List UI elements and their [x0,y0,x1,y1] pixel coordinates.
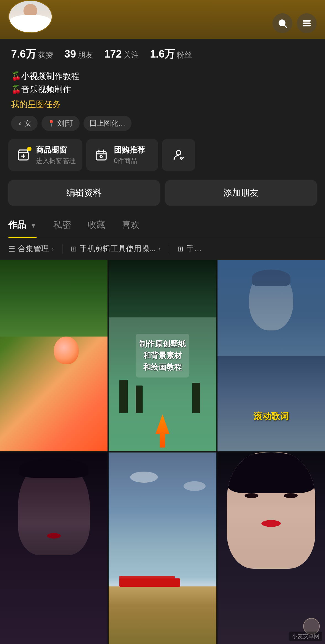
menu-button[interactable] [297,13,317,33]
video-thumb-2[interactable]: 制作原创壁纸和背景素材和绘画教程 [109,260,216,451]
video-bg-5 [109,452,216,644]
friends-number: 39 [64,48,76,60]
svg-line-1 [284,25,287,27]
collection-manage-caret: › [52,245,54,253]
tab-likes[interactable]: 喜欢 [122,211,140,238]
friends-rec-card[interactable] [162,139,195,171]
orange-arrow [151,414,174,449]
add-friend-button[interactable]: 添加朋友 [165,180,317,206]
xingtu-task[interactable]: 我的星图任务 [11,99,314,110]
stat-likes[interactable]: 7.6万 获赞 [11,47,53,61]
avatar[interactable] [8,0,53,33]
layers-icon: ⊞ [71,245,77,253]
group-icon-container [93,147,109,163]
stat-fans[interactable]: 1.6万 粉丝 [150,47,192,61]
collection-separator2 [169,244,169,254]
video-thumb-5[interactable] [109,452,216,644]
svg-rect-3 [303,23,311,24]
stats-section: 7.6万 获赞 39 朋友 172 关注 1.6万 粉丝 [0,39,325,67]
video-bg-1 [0,260,108,451]
svg-rect-2 [303,20,311,22]
watermark: 小麦安卓网 [289,632,322,641]
svg-rect-4 [303,25,311,26]
tags-section: ♀ 女 📍 刘|玎 回上图化… [0,113,325,136]
tag-gender: ♀ 女 [11,116,38,131]
list-icon: ☰ [8,244,15,254]
goods-window-title: 商品橱窗 [36,145,76,155]
goods-window-subtitle: 进入橱窗管理 [36,156,76,165]
main-action-row: 编辑资料 添加朋友 [0,176,325,211]
bio-section: 🍒小视频制作教程 🍒音乐视频制作 我的星图任务 [0,67,325,113]
goods-badge [27,147,32,151]
video-overlay-2: 制作原创壁纸和背景素材和绘画教程 [136,334,189,377]
goods-window-text: 商品橱窗 进入橱窗管理 [36,145,76,165]
svg-point-7 [100,156,102,158]
likes-number: 7.6万 [11,47,36,61]
likes-label: 获赞 [38,50,53,60]
tag-extra: 回上图化… [83,116,132,131]
bio-line2: 🍒音乐视频制作 [11,83,314,96]
video-thumb-1[interactable] [0,260,108,451]
tab-works[interactable]: 作品 ▼ [8,211,37,238]
bio-line1: 🍒小视频制作教程 [11,69,314,83]
stat-following[interactable]: 172 关注 [104,48,139,60]
collection-phone-caret: › [158,245,161,253]
tab-favorites-label: 收藏 [88,220,105,230]
collection-separator [62,244,62,254]
svg-point-8 [176,151,181,155]
layers-icon2: ⊞ [177,245,184,253]
stat-friends[interactable]: 39 朋友 [64,48,93,60]
collection-phone-label: 手机剪辑工具使用操... [80,244,156,254]
search-button[interactable] [272,13,292,33]
fans-label: 粉丝 [177,50,192,60]
tab-works-label: 作品 [8,220,26,230]
action-cards-row: 商品橱窗 进入橱窗管理 团购推荐 0件商品 [0,136,325,176]
video-thumb-6[interactable] [217,452,325,644]
profile-header [0,0,325,39]
following-label: 关注 [124,50,139,60]
goods-window-card[interactable]: 商品橱窗 进入橱窗管理 [8,139,82,171]
following-number: 172 [104,48,122,60]
video-grid: 制作原创壁纸和背景素材和绘画教程 [0,260,325,644]
collection-extra[interactable]: ⊞ 手… [177,244,210,254]
friends-label: 朋友 [78,50,93,60]
collection-phone-edit[interactable]: ⊞ 手机剪辑工具使用操... › [71,244,169,254]
group-buy-card[interactable]: 团购推荐 0件商品 [86,139,158,171]
collection-manage-label: 合集管理 [18,244,49,254]
group-buy-text: 团购推荐 0件商品 [114,145,145,165]
svg-marker-9 [156,414,169,448]
group-buy-title: 团购推荐 [114,145,145,155]
collection-bar: ☰ 合集管理 › ⊞ 手机剪辑工具使用操... › ⊞ 手… [0,238,325,260]
fans-number: 1.6万 [150,47,175,61]
tab-favorites[interactable]: 收藏 [88,211,105,238]
person-heart-icon [170,147,187,163]
tabs-row: 作品 ▼ 私密 收藏 喜欢 [0,211,325,238]
tab-arrow-icon: ▼ [30,222,37,229]
video-overlay-3: 滚动歌词 [253,410,289,423]
tab-likes-label: 喜欢 [122,220,140,230]
video-thumb-4[interactable] [0,452,108,644]
collection-manage[interactable]: ☰ 合集管理 › [8,244,62,254]
stats-row: 7.6万 获赞 39 朋友 172 关注 1.6万 粉丝 [11,47,314,61]
video-bg-6 [217,452,325,644]
tag-location: 📍 刘|玎 [41,116,80,131]
video-thumb-3[interactable]: 滚动歌词 [217,260,325,451]
video-bg-4 [0,452,108,644]
group-buy-subtitle: 0件商品 [114,156,145,165]
tab-private-label: 私密 [53,220,71,230]
collection-extra-label: 手… [186,244,202,254]
tab-private[interactable]: 私密 [53,211,71,238]
edit-profile-button[interactable]: 编辑资料 [8,180,160,206]
shop-icon-container [15,147,32,163]
